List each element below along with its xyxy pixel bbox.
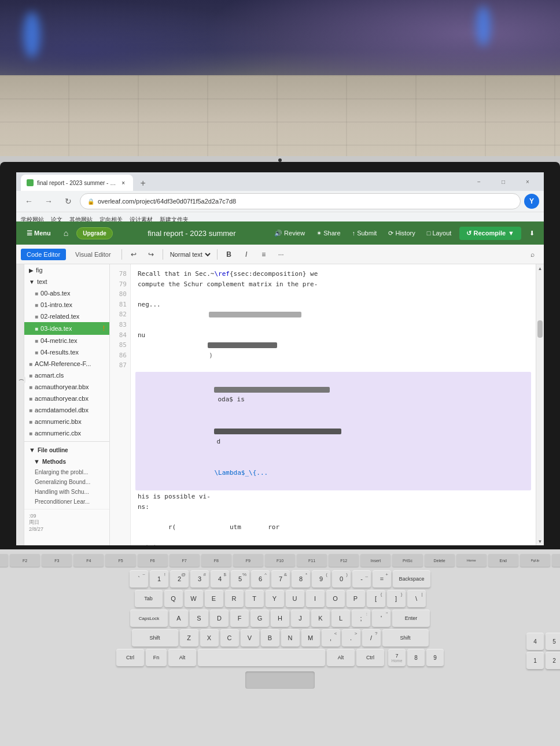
end-key[interactable]: End bbox=[488, 554, 518, 567]
tab-close-button[interactable]: × bbox=[119, 179, 127, 187]
sidebar-item-acm-ref[interactable]: ■ ACM-Reference-F... bbox=[24, 358, 109, 370]
address-bar[interactable]: 🔒 overleaf.com/project/64df3e0d07f1f5a2d… bbox=[80, 193, 521, 209]
f1-key[interactable]: F1 bbox=[0, 554, 8, 567]
f3-key[interactable]: F3 bbox=[42, 554, 72, 567]
sidebar-item-04-metric[interactable]: ■ 04-metric.tex bbox=[24, 335, 109, 346]
sidebar-item-fig[interactable]: ▶ fig bbox=[24, 264, 109, 276]
t-key[interactable]: T bbox=[245, 590, 264, 607]
pgup-key[interactable]: PgUp bbox=[520, 554, 550, 567]
code-editor-area[interactable]: 78 79 80 81 bbox=[110, 264, 544, 545]
bold-button[interactable]: B bbox=[222, 248, 236, 261]
f7-key[interactable]: F7 bbox=[170, 554, 200, 567]
right-ctrl-key[interactable]: Ctrl bbox=[356, 649, 384, 666]
review-button[interactable]: 🔊 Review bbox=[271, 228, 308, 239]
layout-button[interactable]: □ Layout bbox=[423, 228, 455, 238]
refresh-button[interactable]: ↻ bbox=[60, 193, 76, 209]
i-key[interactable]: I bbox=[306, 590, 325, 607]
left-shift-key[interactable]: Shift bbox=[132, 629, 178, 647]
menu-button[interactable]: ☰ Menu bbox=[22, 227, 56, 239]
f5-key[interactable]: F5 bbox=[105, 554, 135, 567]
history-button[interactable]: ⟳ History bbox=[385, 228, 418, 239]
slash-key[interactable]: ?/ bbox=[362, 629, 381, 647]
right-alt-key[interactable]: Alt bbox=[327, 649, 355, 666]
q-key[interactable]: Q bbox=[164, 590, 183, 607]
capslock-key[interactable]: CapsLock bbox=[130, 610, 168, 627]
j-key[interactable]: J bbox=[291, 610, 310, 627]
5-key[interactable]: %5 bbox=[231, 570, 249, 588]
p-key[interactable]: P bbox=[347, 590, 365, 607]
format-select[interactable]: Normal text bbox=[168, 250, 212, 258]
methods-toggle[interactable]: ▼ Methods bbox=[24, 456, 109, 467]
redo-button[interactable]: ↪ bbox=[144, 248, 158, 261]
g-key[interactable]: G bbox=[250, 610, 269, 627]
profile-avatar[interactable]: Y bbox=[524, 194, 539, 209]
submit-button[interactable]: ↑ Submit bbox=[349, 228, 381, 238]
numpad-2[interactable]: 2 bbox=[546, 652, 560, 669]
undo-button[interactable]: ↩ bbox=[127, 248, 141, 261]
f12-key[interactable]: F12 bbox=[329, 554, 359, 567]
f4-key[interactable]: F4 bbox=[73, 554, 104, 567]
r-key[interactable]: R bbox=[225, 590, 244, 607]
f8-key[interactable]: F8 bbox=[201, 554, 231, 567]
format-more-button[interactable]: ··· bbox=[274, 248, 288, 261]
tab-key[interactable]: Tab bbox=[135, 590, 163, 607]
semicolon-key[interactable]: :; bbox=[352, 610, 370, 627]
recompile-button[interactable]: ↺ Recompile ▼ bbox=[459, 227, 521, 240]
maximize-button[interactable]: □ bbox=[492, 173, 515, 190]
quote-key[interactable]: "' bbox=[372, 610, 390, 627]
forward-button[interactable]: → bbox=[40, 193, 57, 209]
pgdn-key[interactable]: PgDn bbox=[552, 554, 560, 567]
sidebar-item-acmdatamodel[interactable]: ■ acmdatamodel.dbx bbox=[24, 404, 109, 416]
period-key[interactable]: >. bbox=[342, 629, 360, 647]
l-key[interactable]: L bbox=[331, 610, 350, 627]
lbracket-key[interactable]: {[ bbox=[367, 590, 385, 607]
9-key[interactable]: (9 bbox=[312, 570, 330, 588]
home-key[interactable]: Home bbox=[456, 554, 487, 567]
equals-key[interactable]: += bbox=[373, 570, 391, 588]
more-format-button[interactable]: ≡ bbox=[257, 248, 271, 261]
8-key[interactable]: *8 bbox=[292, 570, 310, 588]
6-key[interactable]: ^6 bbox=[251, 570, 270, 588]
sidebar-item-04-results[interactable]: ■ 04-results.tex bbox=[24, 346, 109, 358]
h-key[interactable]: H bbox=[271, 610, 289, 627]
comma-key[interactable]: <, bbox=[322, 629, 340, 647]
browser-tab-active[interactable]: final report - 2023 summer - … × bbox=[21, 175, 133, 191]
backslash-key[interactable]: |\ bbox=[407, 590, 426, 607]
sidebar-item-00-abs[interactable]: ■ 00-abs.tex bbox=[24, 287, 109, 299]
3-key[interactable]: #3 bbox=[190, 570, 209, 588]
left-panel-tab[interactable]: ⟨ bbox=[16, 376, 25, 383]
new-tab-button[interactable]: + bbox=[135, 176, 150, 191]
sidebar-item-acmauthoryear-bbx[interactable]: ■ acmauthoryear.bbx bbox=[24, 381, 109, 393]
y-key[interactable]: Y bbox=[266, 590, 284, 607]
backtick-key[interactable]: ~` bbox=[130, 570, 148, 588]
code-editor-tab[interactable]: Code Editor bbox=[21, 249, 66, 260]
f2-key[interactable]: F2 bbox=[10, 554, 40, 567]
backspace-key[interactable]: Backspace bbox=[393, 570, 430, 588]
4-key[interactable]: $4 bbox=[211, 570, 229, 588]
numpad-7[interactable]: 7Home bbox=[388, 649, 406, 666]
outline-item-generalizing[interactable]: Generalizing Bound... bbox=[24, 477, 109, 487]
f10-key[interactable]: F10 bbox=[265, 554, 295, 567]
outline-item-enlarging[interactable]: Enlarging the probl... bbox=[24, 467, 109, 477]
enter-key[interactable]: Enter bbox=[392, 610, 430, 627]
home-button[interactable]: ⌂ bbox=[61, 226, 71, 240]
m-key[interactable]: M bbox=[301, 629, 320, 647]
close-button[interactable]: × bbox=[516, 173, 539, 190]
italic-button[interactable]: I bbox=[240, 248, 253, 261]
delete-key[interactable]: Delete bbox=[425, 554, 455, 567]
outline-item-preconditioner[interactable]: Preconditioner Lear... bbox=[24, 497, 109, 507]
alt-key[interactable]: Alt bbox=[168, 649, 196, 666]
numpad-5[interactable]: 5 bbox=[546, 633, 560, 650]
search-button[interactable]: ⌕ bbox=[525, 248, 539, 261]
b-key[interactable]: B bbox=[261, 629, 279, 647]
insert-key[interactable]: Insert bbox=[360, 554, 390, 567]
upgrade-button[interactable]: Upgrade bbox=[76, 227, 113, 239]
code-editor-content[interactable]: Recall that in Sec.~\ref{ssec:decomposit… bbox=[131, 264, 536, 545]
sidebar-item-02-related[interactable]: ■ 02-related.tex bbox=[24, 311, 109, 322]
scroll-down-arrow[interactable]: ▼ bbox=[536, 537, 544, 545]
fn-key-bottom[interactable]: Fn bbox=[146, 649, 167, 666]
back-button[interactable]: ← bbox=[21, 193, 37, 209]
download-button[interactable]: ⬇ bbox=[526, 228, 538, 239]
numpad-8[interactable]: 8 bbox=[407, 649, 425, 666]
prtsc-key[interactable]: PrtSc bbox=[392, 554, 422, 567]
